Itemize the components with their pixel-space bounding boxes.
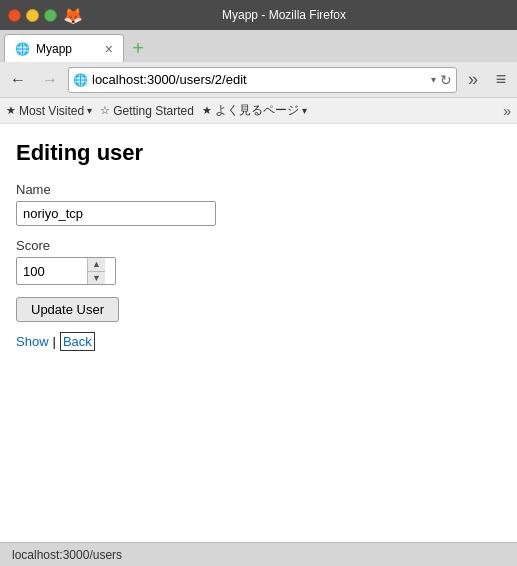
- window-controls: [8, 9, 57, 22]
- page-title: Editing user: [16, 140, 501, 166]
- edit-user-form: Name Score ▲ ▼ Update User: [16, 182, 501, 332]
- bookmark-japanese[interactable]: ★ よく見るページ ▾: [202, 102, 307, 119]
- browser-window: 🦊 Myapp - Mozilla Firefox 🌐 Myapp × + ← …: [0, 0, 517, 566]
- score-spin-buttons: ▲ ▼: [87, 258, 105, 284]
- name-label: Name: [16, 182, 501, 197]
- score-decrement-button[interactable]: ▼: [88, 272, 105, 285]
- page-content: Editing user Name Score ▲ ▼ Update User …: [0, 124, 517, 566]
- bookmark-getting-started[interactable]: ☆ Getting Started: [100, 104, 194, 118]
- show-link[interactable]: Show: [16, 334, 49, 349]
- status-url: localhost:3000/users: [8, 547, 126, 563]
- extra-button-1[interactable]: »: [461, 68, 485, 92]
- new-tab-button[interactable]: +: [126, 36, 150, 60]
- score-increment-button[interactable]: ▲: [88, 258, 105, 272]
- forward-button[interactable]: →: [36, 66, 64, 94]
- tab-label: Myapp: [36, 42, 72, 56]
- active-tab[interactable]: 🌐 Myapp ×: [4, 34, 124, 62]
- tab-close-button[interactable]: ×: [105, 41, 113, 57]
- bookmark-label-1: Getting Started: [113, 104, 194, 118]
- menu-button[interactable]: ≡: [489, 68, 513, 92]
- name-field-group: Name: [16, 182, 501, 226]
- minimize-button[interactable]: [26, 9, 39, 22]
- maximize-button[interactable]: [44, 9, 57, 22]
- link-separator: |: [53, 334, 56, 349]
- bookmark-arrow-2: ▾: [302, 105, 307, 116]
- bookmark-icon-1: ☆: [100, 104, 110, 117]
- reload-button[interactable]: ↻: [440, 72, 452, 88]
- url-icon: 🌐: [73, 73, 88, 87]
- browser-icon: 🦊: [63, 6, 83, 25]
- links-row: Show | Back: [16, 332, 501, 351]
- statusbar: localhost:3000/users: [0, 542, 517, 566]
- bookmark-arrow-0: ▾: [87, 105, 92, 116]
- score-input[interactable]: [17, 260, 87, 283]
- back-button[interactable]: ←: [4, 66, 32, 94]
- back-link[interactable]: Back: [60, 332, 95, 351]
- tabbar: 🌐 Myapp × +: [0, 30, 517, 62]
- bookmark-label-2: よく見るページ: [215, 102, 299, 119]
- update-user-button[interactable]: Update User: [16, 297, 119, 322]
- window-title: Myapp - Mozilla Firefox: [89, 8, 479, 22]
- bookmark-most-visited[interactable]: ★ Most Visited ▾: [6, 104, 92, 118]
- navbar: ← → 🌐 ▾ ↻ » ≡: [0, 62, 517, 98]
- url-bar-container: 🌐 ▾ ↻: [68, 67, 457, 93]
- url-input[interactable]: [92, 72, 427, 87]
- score-field-group: Score ▲ ▼: [16, 238, 501, 285]
- score-label: Score: [16, 238, 501, 253]
- bookmark-label-0: Most Visited: [19, 104, 84, 118]
- name-input[interactable]: [16, 201, 216, 226]
- bookmarks-more-button[interactable]: »: [503, 103, 511, 119]
- url-dropdown-icon[interactable]: ▾: [431, 74, 436, 85]
- bookmarks-bar: ★ Most Visited ▾ ☆ Getting Started ★ よく見…: [0, 98, 517, 124]
- score-input-wrapper: ▲ ▼: [16, 257, 116, 285]
- titlebar: 🦊 Myapp - Mozilla Firefox: [0, 0, 517, 30]
- bookmark-icon-0: ★: [6, 104, 16, 117]
- bookmark-icon-2: ★: [202, 104, 212, 117]
- close-button[interactable]: [8, 9, 21, 22]
- tab-favicon: 🌐: [15, 42, 30, 56]
